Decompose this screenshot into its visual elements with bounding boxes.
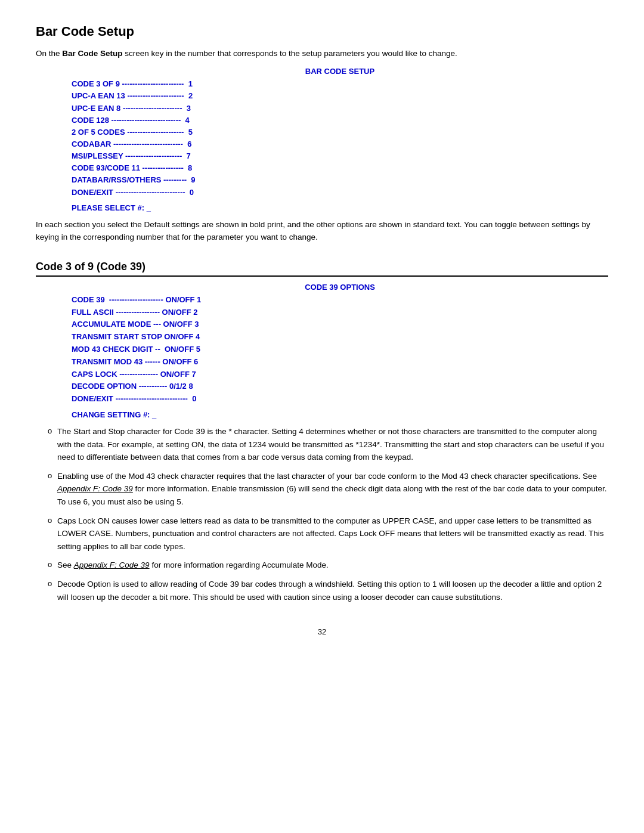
bullet-item-2: Enabling use of the Mod 43 check charact… bbox=[48, 470, 608, 509]
menu-item-8: CODE 93/CODE 11 ---------------- 8 bbox=[72, 162, 608, 174]
appendix-f-link-2: Appendix F: Code 39 bbox=[74, 561, 150, 569]
code39-menu-items: CODE 39 --------------------- ON/OFF 1 F… bbox=[72, 294, 608, 405]
please-select-prompt: PLEASE SELECT #: _ bbox=[72, 203, 608, 212]
code39-item-4: TRANSMIT START STOP ON/OFF 4 bbox=[72, 331, 608, 343]
menu-item-3: UPC-E EAN 8 ----------------------- 3 bbox=[72, 103, 608, 114]
bullet-item-4: See Appendix F: Code 39 for more informa… bbox=[48, 559, 608, 572]
code39-item-1: CODE 39 --------------------- ON/OFF 1 bbox=[72, 294, 608, 306]
page-number: 32 bbox=[36, 627, 608, 636]
menu-item-0: DONE/EXIT --------------------------- 0 bbox=[72, 187, 608, 199]
code39-item-2: FULL ASCII ----------------- ON/OFF 2 bbox=[72, 306, 608, 319]
menu-items-list: CODE 3 OF 9 ------------------------ 1 U… bbox=[72, 78, 608, 198]
bullet-item-1: The Start and Stop character for Code 39… bbox=[48, 425, 608, 464]
appendix-f-link-1: Appendix F: Code 39 bbox=[57, 484, 133, 493]
code39-item-3: ACCUMULATE MODE --- ON/OFF 3 bbox=[72, 318, 608, 331]
intro-text-prefix: On the bbox=[36, 49, 62, 58]
code39-item-7: CAPS LOCK --------------- ON/OFF 7 bbox=[72, 368, 608, 381]
menu-item-1: CODE 3 OF 9 ------------------------ 1 bbox=[72, 78, 608, 90]
between-sections-text: In each section you select the Default s… bbox=[36, 218, 608, 244]
intro-bold: Bar Code Setup bbox=[62, 49, 122, 58]
code39-item-6: TRANSMIT MOD 43 ------ ON/OFF 6 bbox=[72, 356, 608, 368]
bullet-item-3: Caps Lock ON causes lower case letters r… bbox=[48, 515, 608, 553]
code39-menu-title: CODE 39 OPTIONS bbox=[72, 283, 608, 292]
change-setting-prompt: CHANGE SETTING #: _ bbox=[72, 410, 608, 419]
menu-item-7: MSI/PLESSEY ---------------------- 7 bbox=[72, 150, 608, 162]
menu-item-6: CODABAR --------------------------- 6 bbox=[72, 138, 608, 150]
menu-item-5: 2 OF 5 CODES ---------------------- 5 bbox=[72, 126, 608, 138]
code39-item-0: DONE/EXIT ---------------------------- 0 bbox=[72, 393, 608, 405]
barcode-setup-menu: BAR CODE SETUP CODE 3 OF 9 -------------… bbox=[72, 67, 608, 212]
code39-section-title: Code 3 of 9 (Code 39) bbox=[36, 261, 608, 277]
menu-title: BAR CODE SETUP bbox=[72, 67, 608, 76]
menu-item-9: DATABAR/RSS/OTHERS --------- 9 bbox=[72, 174, 608, 186]
code39-menu: CODE 39 OPTIONS CODE 39 ----------------… bbox=[72, 283, 608, 419]
page-title: Bar Code Setup bbox=[36, 24, 608, 39]
intro-text-suffix: screen key in the number that correspond… bbox=[123, 49, 457, 58]
code39-item-5: MOD 43 CHECK DIGIT -- ON/OFF 5 bbox=[72, 343, 608, 356]
intro-paragraph: On the Bar Code Setup screen key in the … bbox=[36, 48, 608, 60]
bullet-list: The Start and Stop character for Code 39… bbox=[36, 425, 608, 603]
bullet-item-5: Decode Option is used to allow reading o… bbox=[48, 578, 608, 603]
menu-item-2: UPC-A EAN 13 ---------------------- 2 bbox=[72, 90, 608, 102]
menu-item-4: CODE 128 --------------------------- 4 bbox=[72, 114, 608, 126]
code39-item-8: DECODE OPTION ----------- 0/1/2 8 bbox=[72, 380, 608, 393]
